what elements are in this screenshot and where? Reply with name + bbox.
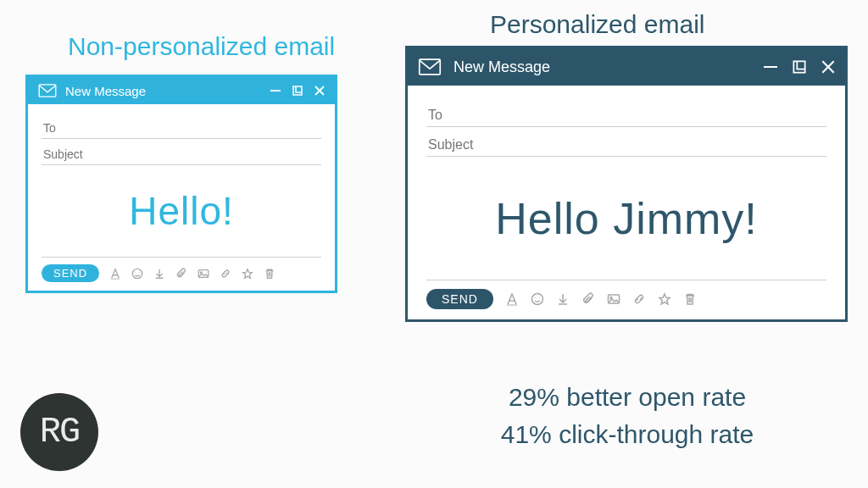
svg-rect-7: [420, 59, 440, 75]
compose-body-area: Hello! SEND: [28, 104, 335, 291]
mail-icon: [418, 58, 442, 75]
send-button[interactable]: SEND: [426, 289, 493, 309]
maximize-button[interactable]: [292, 86, 303, 96]
compose-body-text[interactable]: Hello Jimmy!: [426, 157, 826, 280]
close-button[interactable]: [821, 60, 835, 74]
compose-title: New Message: [65, 84, 146, 98]
compose-body-area: Hello Jimmy! SEND: [408, 86, 845, 319]
stat-ctr: 41% click-through rate: [407, 420, 848, 449]
subject-field[interactable]: [426, 134, 826, 157]
star-icon[interactable]: [658, 292, 671, 306]
send-button[interactable]: SEND: [42, 264, 99, 282]
minimize-button[interactable]: [270, 90, 281, 92]
font-icon[interactable]: [109, 268, 121, 280]
trash-icon[interactable]: [683, 292, 697, 306]
compose-window-personalized: New Message Hello Jimmy! SEND: [405, 46, 848, 322]
subject-field[interactable]: [42, 144, 321, 165]
to-field[interactable]: [42, 118, 321, 139]
stat-open-rate: 29% better open rate: [407, 383, 848, 412]
emoji-icon[interactable]: [531, 292, 544, 306]
emoji-icon[interactable]: [131, 268, 143, 280]
compose-toolbar: SEND: [42, 257, 321, 291]
link-icon[interactable]: [632, 292, 646, 306]
svg-point-2: [132, 269, 142, 278]
compose-titlebar: New Message: [408, 48, 845, 86]
attachment-icon[interactable]: [175, 268, 187, 280]
compose-titlebar: New Message: [28, 77, 335, 104]
download-icon[interactable]: [153, 268, 165, 280]
svg-point-4: [139, 272, 140, 273]
svg-point-11: [539, 297, 540, 298]
to-field[interactable]: [426, 104, 826, 127]
image-icon[interactable]: [198, 268, 209, 280]
svg-point-13: [610, 297, 612, 299]
svg-point-9: [531, 294, 542, 305]
trash-icon[interactable]: [264, 268, 275, 280]
svg-rect-8: [793, 61, 804, 72]
attachment-icon[interactable]: [581, 292, 595, 306]
compose-body-text[interactable]: Hello!: [42, 165, 321, 257]
svg-rect-0: [39, 85, 56, 97]
svg-point-3: [136, 272, 136, 273]
svg-rect-1: [293, 86, 302, 95]
rg-logo: RG: [20, 393, 98, 471]
compose-window-nonpersonalized: New Message Hello! SEND: [25, 75, 337, 293]
svg-point-6: [201, 271, 203, 273]
maximize-button[interactable]: [793, 60, 806, 74]
star-icon[interactable]: [242, 268, 253, 280]
download-icon[interactable]: [556, 292, 570, 306]
mail-icon: [38, 84, 57, 97]
image-icon[interactable]: [607, 292, 620, 306]
heading-nonpersonalized: Non-personalized email: [68, 32, 335, 61]
svg-point-10: [535, 297, 536, 298]
link-icon[interactable]: [220, 268, 231, 280]
compose-toolbar: SEND: [426, 280, 826, 319]
font-icon[interactable]: [505, 292, 519, 306]
heading-personalized: Personalized email: [490, 10, 704, 39]
close-button[interactable]: [314, 86, 325, 96]
compose-title: New Message: [453, 58, 550, 76]
minimize-button[interactable]: [764, 66, 777, 68]
